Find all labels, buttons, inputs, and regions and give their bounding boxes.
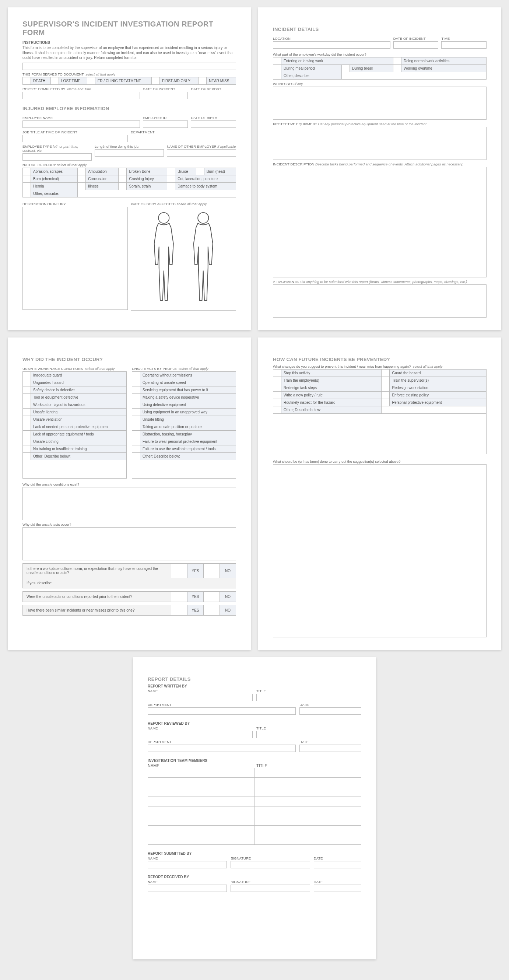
acts-table: Operating without permissions Operating …	[132, 371, 236, 460]
inc-time-input[interactable]	[441, 41, 487, 49]
reported-yes-check[interactable]	[171, 592, 187, 601]
emp-id-input[interactable]	[143, 121, 188, 128]
desc-injury-input[interactable]	[22, 207, 128, 310]
svg-point-0	[158, 212, 169, 223]
prevent-table: Stop this activityGuard the hazard Train…	[273, 369, 487, 414]
reviewed-name-input[interactable]	[148, 731, 253, 738]
svg-point-1	[198, 212, 208, 223]
why-section: WHY DID THE INCIDENT OCCUR?	[22, 356, 236, 362]
submitted-by-block: REPORT SUBMITTED BY NAME SIGNATURE DATE	[148, 851, 361, 869]
prevent-describe-input[interactable]	[273, 414, 487, 454]
reviewed-by-block: REPORT REVIEWED BY NAME TITLE DEPARTMENT…	[148, 721, 361, 752]
return-to-input[interactable]	[22, 63, 236, 70]
report-completed-by-input[interactable]	[22, 92, 140, 99]
date-incident-input[interactable]	[143, 92, 188, 99]
location-input[interactable]	[273, 41, 390, 49]
team-title-input[interactable]	[254, 768, 361, 778]
instructions-body: This form is to be completed by the supe…	[22, 45, 236, 60]
body-back-icon	[185, 211, 221, 307]
inc-date-input[interactable]	[393, 41, 439, 49]
department-input[interactable]	[131, 135, 236, 142]
culture-question: Is there a workplace culture, norm, or e…	[22, 563, 236, 578]
workday-other-input[interactable]	[341, 72, 486, 80]
submitted-sig-input[interactable]	[231, 861, 310, 869]
instructions-head: INSTRUCTIONS	[22, 41, 236, 45]
received-by-block: REPORT RECEIVED BY NAME SIGNATURE DATE	[148, 875, 361, 892]
reviewed-dept-input[interactable]	[148, 745, 296, 752]
similar-question: Have there been similar incidents or nea…	[22, 605, 236, 616]
page-5: REPORT DETAILS REPORT WRITTEN BY NAME TI…	[133, 657, 376, 959]
conditions-other-input[interactable]	[22, 460, 127, 479]
submitted-name-input[interactable]	[148, 861, 227, 869]
reviewed-date-input[interactable]	[299, 745, 361, 752]
written-by-block: REPORT WRITTEN BY NAME TITLE DEPARTMENT …	[148, 684, 361, 715]
nature-injury-table: Abrasion, scrapes Amputation Broken Bone…	[22, 168, 236, 197]
carry-out-input[interactable]	[273, 464, 487, 637]
emp-type-input[interactable]	[22, 153, 92, 161]
emp-name-input[interactable]	[22, 121, 140, 128]
reported-question: Were the unsafe acts or conditions repor…	[22, 591, 236, 602]
ppe-input[interactable]	[273, 127, 487, 160]
other-employer-input[interactable]	[167, 149, 236, 157]
incident-section: INCIDENT DETAILS	[273, 27, 487, 32]
attachments-input[interactable]	[273, 285, 487, 318]
body-diagram[interactable]	[131, 207, 236, 310]
team-block: INVESTIGATION TEAM MEMBERS NAME TITLE	[148, 759, 361, 845]
form-title: SUPERVISOR'S INCIDENT INVESTIGATION REPO…	[22, 20, 236, 37]
page-3: WHY DID THE INCIDENT OCCUR? UNSAFE WORKP…	[8, 337, 251, 650]
prevent-section: HOW CAN FUTURE INCIDENTS BE PREVENTED?	[273, 356, 487, 362]
received-sig-input[interactable]	[231, 885, 310, 892]
length-input[interactable]	[95, 149, 164, 157]
workday-table: Entering or leaving work Doing normal wo…	[273, 57, 487, 80]
why-conditions-input[interactable]	[22, 487, 236, 520]
dob-input[interactable]	[191, 121, 236, 128]
reported-no-check[interactable]	[203, 592, 220, 601]
written-name-input[interactable]	[148, 694, 253, 701]
date-report-input[interactable]	[191, 92, 236, 99]
team-name-input[interactable]	[148, 768, 255, 778]
page-1: SUPERVISOR'S INCIDENT INVESTIGATION REPO…	[8, 7, 251, 330]
reviewed-title-input[interactable]	[256, 731, 361, 738]
team-table	[148, 768, 361, 845]
culture-no-check[interactable]	[203, 564, 220, 578]
details-section: REPORT DETAILS	[148, 676, 361, 682]
similar-no-check[interactable]	[203, 605, 220, 615]
injured-section: INJURED EMPLOYEE INFORMATION	[22, 106, 236, 111]
acts-other-input[interactable]	[132, 460, 236, 479]
conditions-table: Inadequate guard Unguarded hazard Safety…	[22, 371, 127, 460]
check-cell[interactable]	[23, 77, 31, 84]
written-dept-input[interactable]	[148, 707, 296, 715]
written-date-input[interactable]	[299, 707, 361, 715]
written-title-input[interactable]	[256, 694, 361, 701]
culture-yes-check[interactable]	[171, 564, 187, 578]
form-serves-label: THIS FORM SERVES TO DOCUMENT select all …	[22, 72, 236, 76]
body-front-icon	[146, 211, 182, 307]
similar-yes-check[interactable]	[171, 605, 187, 615]
witnesses-input[interactable]	[273, 87, 487, 120]
page-4: HOW CAN FUTURE INCIDENTS BE PREVENTED? W…	[258, 337, 501, 650]
page-2: INCIDENT DETAILS LOCATION DATE OF INCIDE…	[258, 7, 501, 330]
received-date-input[interactable]	[314, 885, 361, 892]
prevent-other-input[interactable]	[382, 406, 487, 414]
incident-description-input[interactable]	[273, 167, 487, 277]
received-name-input[interactable]	[148, 885, 227, 892]
form-serves-table: DEATH LOST TIME ER / CLINIC TREATMENT FI…	[22, 77, 236, 85]
nature-other-input[interactable]	[78, 190, 236, 197]
submitted-date-input[interactable]	[314, 861, 361, 869]
job-title-input[interactable]	[22, 135, 128, 142]
why-acts-input[interactable]	[22, 527, 236, 560]
